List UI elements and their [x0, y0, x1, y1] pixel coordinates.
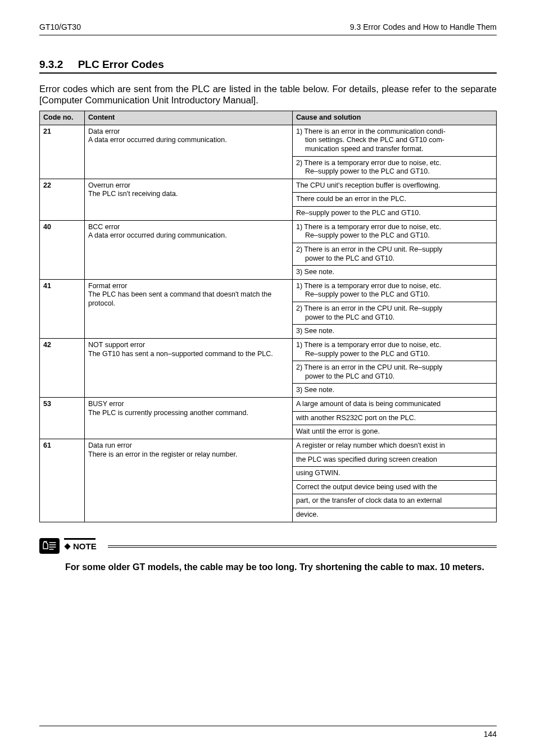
- code-cell: 22: [40, 179, 85, 220]
- content-body: The PLC has been sent a command that doe…: [88, 290, 289, 308]
- content-body: The GT10 has sent a non–supported comman…: [88, 350, 289, 359]
- intro-paragraph: Error codes which are sent from the PLC …: [39, 83, 497, 106]
- code-cell: 61: [40, 439, 85, 522]
- solution-cell: Wait until the error is gone.: [293, 425, 497, 439]
- content-body: There is an error in the register or rel…: [88, 450, 289, 459]
- error-codes-table: Code no. Content Cause and solution 21Da…: [39, 111, 497, 522]
- solution-line: A large amount of data is being communic…: [296, 400, 493, 409]
- solution-line: 2) There is an error in the CPU unit. Re…: [296, 304, 493, 313]
- content-title: BCC error: [88, 223, 289, 232]
- solution-cell: There could be an error in the PLC.: [293, 193, 497, 207]
- solution-cell: the PLC was specified during screen crea…: [293, 453, 497, 467]
- content-body: The PLC is currently processing another …: [88, 409, 289, 418]
- code-cell: 42: [40, 338, 85, 397]
- table-row: 22Overrun errorThe PLC isn't receiving d…: [40, 179, 497, 193]
- page-header: GT10/GT30 9.3 Error Codes and How to Han…: [39, 22, 497, 33]
- content-title: Overrun error: [88, 181, 289, 190]
- solution-cell: A large amount of data is being communic…: [293, 398, 497, 412]
- solution-line: The CPU unit's reception buffer is overf…: [296, 181, 493, 190]
- note-label-wrap: NOTE: [64, 538, 497, 552]
- th-code: Code no.: [40, 111, 85, 125]
- content-cell: BCC errorA data error occurred during co…: [85, 220, 293, 279]
- page-number: 144: [484, 730, 497, 739]
- solution-cell: using GTWIN.: [293, 467, 497, 481]
- solution-line: There could be an error in the PLC.: [296, 195, 493, 204]
- note-label-row: NOTE: [64, 541, 497, 552]
- solution-line: 2) There is an error in the CPU unit. Re…: [296, 363, 493, 372]
- content-body: A data error occurred during communicati…: [88, 136, 289, 145]
- solution-line: power to the PLC and GT10.: [296, 313, 493, 322]
- solution-line: 1) There is an error in the communicatio…: [296, 127, 493, 136]
- table-row: 21Data errorA data error occurred during…: [40, 125, 497, 156]
- solution-cell: Re–supply power to the PLC and GT10.: [293, 207, 497, 221]
- solution-cell: A register or relay number which doesn't…: [293, 439, 497, 453]
- solution-cell: part, or the transfer of clock data to a…: [293, 494, 497, 508]
- code-cell: 40: [40, 220, 85, 279]
- section-number: 9.3.2: [39, 58, 63, 70]
- solution-line: Re–supply power to the PLC and GT10.: [296, 209, 493, 218]
- content-cell: Data errorA data error occurred during c…: [85, 125, 293, 179]
- note-label: NOTE: [73, 541, 97, 552]
- table-row: 42NOT support errorThe GT10 has sent a n…: [40, 338, 497, 361]
- solution-line: 3) See note.: [296, 327, 493, 336]
- solution-line: 1) There is a temporary error due to noi…: [296, 282, 493, 291]
- page: GT10/GT30 9.3 Error Codes and How to Han…: [0, 0, 536, 756]
- header-left: GT10/GT30: [39, 22, 81, 33]
- solution-line: part, or the transfer of clock data to a…: [296, 497, 493, 505]
- solution-line: 1) There is a temporary error due to noi…: [296, 223, 493, 232]
- solution-cell: 1) There is a temporary error due to noi…: [293, 220, 497, 243]
- solution-line: tion settings. Check the PLC and GT10 co…: [296, 136, 493, 145]
- solution-line: A register or relay number which doesn't…: [296, 441, 493, 450]
- page-footer: 144: [39, 726, 497, 740]
- solution-line: Re–supply power to the PLC and GT10.: [296, 231, 493, 240]
- solution-cell: The CPU unit's reception buffer is overf…: [293, 179, 497, 193]
- code-cell: 41: [40, 279, 85, 338]
- solution-cell: 2) There is a temporary error due to noi…: [293, 156, 497, 179]
- solution-line: Re–supply power to the PLC and GT10.: [296, 350, 493, 359]
- solution-cell: 2) There is an error in the CPU unit. Re…: [293, 361, 497, 384]
- solution-line: power to the PLC and GT10.: [296, 254, 493, 263]
- section-title-text: PLC Error Codes: [78, 58, 164, 70]
- table-row: 40BCC errorA data error occurred during …: [40, 220, 497, 243]
- solution-line: Re–supply power to the PLC and GT10.: [296, 290, 493, 299]
- note-top-bar: [64, 538, 96, 540]
- table-row: 41Format errorThe PLC has been sent a co…: [40, 279, 497, 302]
- content-title: NOT support error: [88, 341, 289, 350]
- content-title: Format error: [88, 282, 289, 291]
- note-icon: [39, 538, 60, 554]
- solution-line: with another RS232C port on the PLC.: [296, 414, 493, 423]
- content-title: Data error: [88, 127, 289, 136]
- content-cell: Format errorThe PLC has been sent a comm…: [85, 279, 293, 338]
- solution-cell: 1) There is a temporary error due to noi…: [293, 338, 497, 361]
- content-cell: Overrun errorThe PLC isn't receiving dat…: [85, 179, 293, 220]
- solution-cell: 3) See note.: [293, 325, 497, 339]
- solution-cell: Correct the output device being used wit…: [293, 480, 497, 494]
- content-cell: NOT support errorThe GT10 has sent a non…: [85, 338, 293, 397]
- solution-line: device.: [296, 511, 493, 520]
- solution-line: 2) There is an error in the CPU unit. Re…: [296, 245, 493, 254]
- footer-rule: [39, 726, 497, 726]
- content-cell: BUSY errorThe PLC is currently processin…: [85, 398, 293, 439]
- solution-line: power to the PLC and GT10.: [296, 372, 493, 381]
- content-body: The PLC isn't receiving data.: [88, 190, 289, 199]
- solution-cell: 2) There is an error in the CPU unit. Re…: [293, 243, 497, 265]
- content-title: BUSY error: [88, 400, 289, 409]
- solution-cell: 2) There is an error in the CPU unit. Re…: [293, 302, 497, 325]
- code-cell: 21: [40, 125, 85, 179]
- solution-cell: 3) See note.: [293, 384, 497, 398]
- section-heading: 9.3.2 PLC Error Codes: [39, 58, 497, 71]
- solution-line: 2) There is a temporary error due to noi…: [296, 159, 493, 168]
- table-row: 61Data run errorThere is an error in the…: [40, 439, 497, 453]
- th-cause: Cause and solution: [293, 111, 497, 125]
- solution-cell: 1) There is an error in the communicatio…: [293, 125, 497, 156]
- solution-cell: 1) There is a temporary error due to noi…: [293, 279, 497, 302]
- solution-line: using GTWIN.: [296, 469, 493, 478]
- table-row: 53BUSY errorThe PLC is currently process…: [40, 398, 497, 412]
- note-underline: [108, 545, 497, 548]
- solution-line: 3) See note.: [296, 386, 493, 395]
- solution-line: 1) There is a temporary error due to noi…: [296, 341, 493, 350]
- code-cell: 53: [40, 398, 85, 439]
- solution-line: Re–supply power to the PLC and GT10.: [296, 167, 493, 176]
- note-text: For some older GT models, the cable may …: [39, 562, 497, 573]
- header-rule: [39, 35, 497, 35]
